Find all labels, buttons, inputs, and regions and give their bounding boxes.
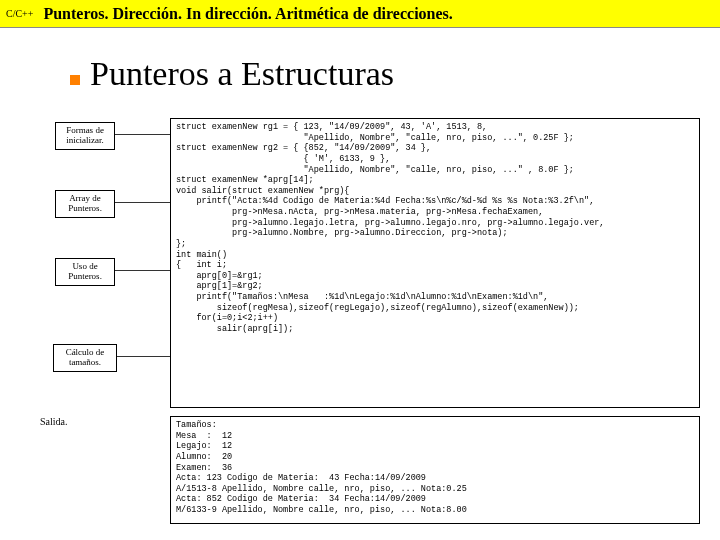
- connector-sizeof: [117, 356, 170, 357]
- connector-init: [115, 134, 170, 135]
- output-label: Salida.: [40, 416, 68, 427]
- header-lang: C/C++: [6, 8, 33, 19]
- output-block: Tamaños: Mesa : 12 Legajo: 12 Alumno: 20…: [170, 416, 700, 524]
- code-block: struct examenNew rg1 = { 123, "14/09/200…: [170, 118, 700, 408]
- connector-use: [115, 270, 170, 271]
- header-bar: C/C++ Punteros. Dirección. In dirección.…: [0, 0, 720, 28]
- callout-sizeof: Cálculo de tamaños.: [53, 344, 117, 372]
- connector-array: [115, 202, 170, 203]
- callout-array: Array de Punteros.: [55, 190, 115, 218]
- bullet-square: [70, 75, 80, 85]
- callout-use: Uso de Punteros.: [55, 258, 115, 286]
- callout-init: Formas de inicializar.: [55, 122, 115, 150]
- slide-title: Punteros a Estructuras: [90, 55, 394, 93]
- header-title: Punteros. Dirección. In dirección. Aritm…: [43, 5, 452, 23]
